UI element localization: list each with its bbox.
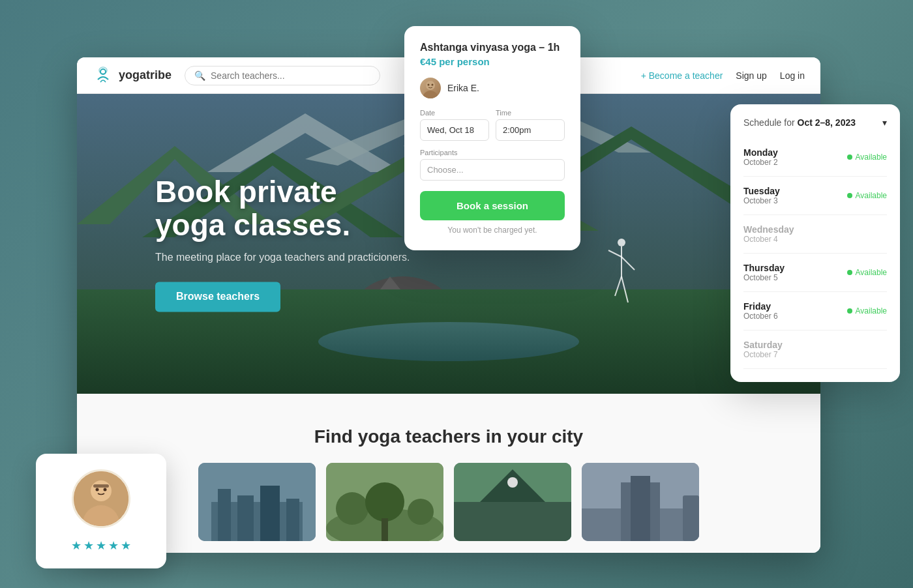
yoga-figure [605,237,638,316]
available-dot [847,308,852,314]
day-info: Tuesday October 3 [743,186,847,205]
available-dot [847,154,852,160]
search-icon: 🔍 [194,70,205,81]
no-charge-text: You won't be charged yet. [420,226,565,235]
svg-point-31 [365,482,404,522]
schedule-panel: Schedule for Oct 2–8, 2023 ▾ Monday Octo… [730,104,900,382]
available-badge: Available [847,268,887,277]
avatar-image [420,78,441,98]
city-card[interactable] [198,463,316,541]
browse-teachers-button[interactable]: Browse teachers [155,282,280,312]
city-card[interactable] [454,463,571,541]
become-teacher-link[interactable]: + Become a teacher [641,70,723,81]
available-text: Available [856,153,887,162]
day-info: Saturday October 7 [743,340,887,359]
star-3: ★ [96,538,106,553]
star-rating: ★ ★ ★ ★ ★ [71,538,131,553]
svg-rect-24 [218,489,231,541]
svg-point-50 [96,488,99,492]
participants-select[interactable]: Choose... [420,159,565,181]
profile-avatar [72,469,130,528]
modal-title: Ashtanga vinyasa yoga – 1h [420,42,565,53]
svg-line-20 [615,276,621,296]
signup-button[interactable]: Sign up [736,70,766,81]
svg-point-45 [428,84,430,86]
available-dot [847,193,852,198]
date-group: Date [420,109,489,141]
available-badge: Available [847,153,887,162]
teacher-avatar [420,78,441,98]
svg-point-51 [104,488,107,492]
day-date: October 7 [743,350,887,359]
available-badge: Available [847,306,887,316]
profile-card: ★ ★ ★ ★ ★ [36,454,166,568]
day-name: Saturday [743,340,887,350]
schedule-day-item[interactable]: Tuesday October 3 Available [743,177,887,215]
schedule-days-list: Monday October 2 Available Tuesday Octob… [743,138,887,369]
schedule-header-text: Schedule for [743,117,795,128]
day-date: October 5 [743,273,847,282]
svg-point-15 [318,322,579,361]
schedule-day-item[interactable]: Monday October 2 Available [743,138,887,177]
schedule-day-item[interactable]: Friday October 6 Available [743,292,887,331]
hero-content: Book privateyoga classes. The meeting pl… [155,175,410,312]
day-date: October 2 [743,158,847,167]
star-5: ★ [121,538,131,553]
available-text: Available [856,268,887,277]
city-image-1 [198,463,316,541]
day-name: Friday [743,301,847,312]
schedule-day-item[interactable]: Saturday October 7 [743,331,887,369]
svg-point-43 [423,91,438,98]
date-time-row: Date Time [420,109,565,141]
svg-line-21 [621,276,628,302]
hero-subtitle: The meeting place for yoga teachers and … [155,252,410,264]
day-info: Friday October 6 [743,301,847,321]
profile-image [74,471,128,526]
svg-point-32 [408,499,434,525]
logo-icon [93,65,113,86]
day-info: Thursday October 5 [743,263,847,282]
day-name: Wednesday [743,224,887,235]
day-name: Tuesday [743,186,847,196]
svg-point-46 [432,84,434,86]
svg-point-37 [507,477,518,488]
svg-rect-42 [683,495,699,541]
date-label: Date [420,109,489,117]
svg-point-16 [618,239,625,246]
day-date: October 6 [743,312,847,321]
participants-label: Participants [420,149,565,156]
city-card[interactable] [582,463,699,541]
chevron-down-icon[interactable]: ▾ [882,117,887,128]
available-dot [847,270,852,275]
search-bar[interactable]: 🔍 [185,66,380,85]
booking-modal: Ashtanga vinyasa yoga – 1h €45 per perso… [404,26,580,250]
day-info: Wednesday October 4 [743,224,887,244]
svg-rect-52 [93,484,109,488]
city-card[interactable] [326,463,443,541]
svg-line-19 [621,257,635,270]
schedule-day-item[interactable]: Wednesday October 4 [743,215,887,254]
svg-rect-26 [260,486,280,541]
city-image-3 [454,463,571,541]
time-input[interactable] [496,119,565,141]
schedule-date-range: Oct 2–8, 2023 [798,117,856,128]
date-input[interactable] [420,119,489,141]
login-button[interactable]: Log in [780,70,805,81]
hero-title: Book privateyoga classes. [155,175,410,241]
day-date: October 3 [743,196,847,205]
city-image-2 [326,463,443,541]
city-image-4 [582,463,699,541]
logo: yogatribe [93,65,172,86]
svg-point-30 [336,492,368,525]
svg-rect-35 [454,502,571,541]
star-4: ★ [108,538,119,553]
day-name: Thursday [743,263,847,273]
available-badge: Available [847,191,887,200]
search-input[interactable] [211,70,370,81]
available-text: Available [856,306,887,316]
schedule-day-item[interactable]: Thursday October 5 Available [743,254,887,292]
book-session-button[interactable]: Book a session [420,191,565,220]
lower-section: Find yoga teachers in your city [77,394,820,553]
schedule-title: Schedule for Oct 2–8, 2023 [743,117,856,128]
time-group: Time [496,109,565,141]
